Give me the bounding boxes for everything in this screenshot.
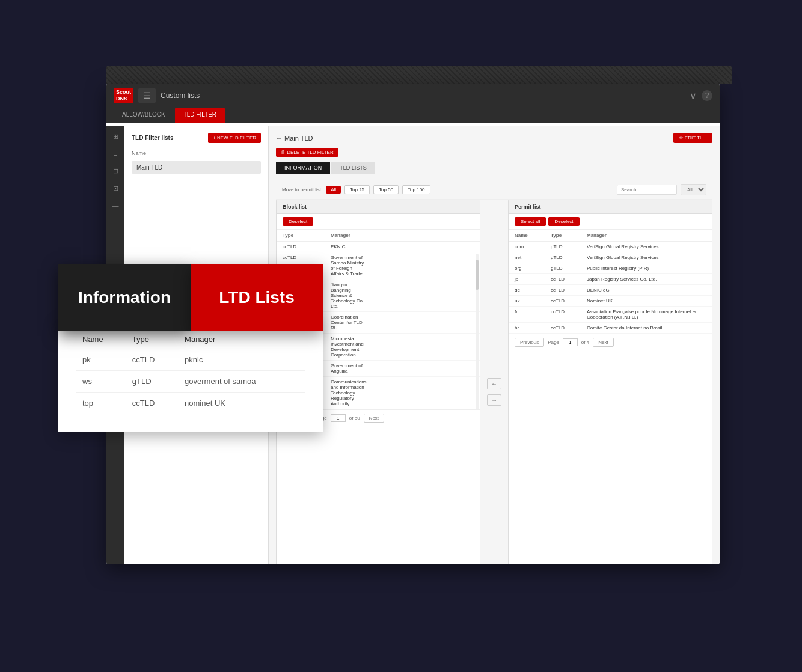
filter-top100-button[interactable]: Top 100	[402, 185, 430, 194]
sidebar-icon-list[interactable]: ≡	[114, 150, 117, 157]
permit-list-header: Permit list	[509, 200, 712, 214]
table-row: jp ccTLD Japan Registry Services Co. Ltd…	[509, 274, 712, 285]
search-input[interactable]	[617, 185, 677, 195]
overlay-table: Name Type Manager pk ccTLD pknic ws gTLD…	[76, 330, 305, 414]
overlay-col-type: Type	[126, 330, 179, 349]
move-right-arrow-button[interactable]: →	[487, 394, 501, 406]
data-table-overlay: Name Type Manager pk ccTLD pknic ws gTLD…	[58, 318, 323, 432]
block-next-button[interactable]: Next	[364, 414, 384, 423]
filter-top50-button[interactable]: Top 50	[373, 185, 399, 194]
block-page-input[interactable]	[331, 414, 346, 422]
block-action-row: Deselect	[277, 214, 480, 230]
tab-tld-lists[interactable]: TLD LISTS	[331, 162, 375, 174]
window-texture-bar	[106, 66, 732, 84]
delete-tld-filter-button[interactable]: 🗑 DELETE TLD FILTER	[276, 148, 338, 157]
sub-nav: ALLOW/BLOCK TLD FILTER	[106, 108, 720, 123]
overlay-col-name: Name	[76, 330, 126, 349]
permit-page-input[interactable]	[563, 338, 578, 346]
table-row: uk ccTLD Nominet UK	[509, 296, 712, 307]
table-row: org gTLD Public Interest Registry (PIR)	[509, 263, 712, 274]
overlay-table-row: pk ccTLD pknic	[76, 349, 305, 371]
table-row: br ccTLD Comite Gestor da Internet no Br…	[509, 323, 712, 334]
table-row: com gTLD VeriSign Global Registry Servic…	[509, 242, 712, 252]
arrow-controls: ← →	[485, 200, 503, 564]
table-row: net gTLD VeriSign Global Registry Servic…	[509, 252, 712, 263]
top-bar-title: Custom lists	[161, 91, 200, 100]
menu-icon[interactable]: ☰	[138, 88, 156, 103]
sidebar-icon-dash[interactable]: —	[112, 202, 119, 209]
filter-all-button[interactable]: All	[326, 186, 341, 194]
ltd-lists-card-label: LTD Lists	[219, 288, 294, 307]
permit-next-button[interactable]: Next	[593, 338, 613, 347]
permit-list-pagination: Previous Page of 4 Next	[509, 334, 712, 350]
overlay-container: Information LTD Lists	[58, 264, 323, 331]
ltd-lists-card[interactable]: LTD Lists	[191, 264, 323, 331]
table-row: fr ccTLD Association Française pour le N…	[509, 307, 712, 323]
back-navigation[interactable]: ← Main TLD	[276, 135, 313, 142]
tab-tld-filter[interactable]: TLD FILTER	[175, 108, 225, 123]
name-column-header: Name	[132, 150, 261, 156]
scout-dns-logo: Scout DNS	[114, 88, 133, 103]
tab-information[interactable]: INFORMATION	[276, 162, 330, 174]
tab-allow-block[interactable]: ALLOW/BLOCK	[114, 108, 174, 123]
sidebar-icon-grid[interactable]: ⊞	[113, 133, 118, 141]
overlay-table-row: top ccTLD nominet UK	[76, 393, 305, 414]
main-tld-list-item[interactable]: Main TLD	[132, 161, 261, 174]
filter-top25-button[interactable]: Top 25	[344, 185, 370, 194]
right-panel-header: ← Main TLD ✏ EDIT TL...	[276, 133, 712, 143]
search-filter-dropdown[interactable]: All	[681, 184, 706, 195]
panel-header: TLD Filter lists + NEW TLD FILTER	[132, 133, 261, 143]
edit-tld-button[interactable]: ✏ EDIT TL...	[673, 133, 712, 143]
top-bar-center: ☰ Custom lists ∨	[138, 88, 697, 103]
permit-select-all-button[interactable]: Select all	[515, 217, 546, 226]
move-left-arrow-button[interactable]: ←	[487, 378, 501, 389]
top-bar: Scout DNS ☰ Custom lists ∨ ?	[106, 84, 720, 108]
block-table-header: Type Manager	[277, 230, 480, 242]
permit-prev-button[interactable]: Previous	[515, 338, 544, 347]
move-to-permit-label: Move to permit list:	[282, 187, 322, 192]
table-row: de ccTLD DENIC eG	[509, 285, 712, 296]
new-tld-filter-button[interactable]: + NEW TLD FILTER	[208, 133, 261, 143]
overlay-col-manager: Manager	[179, 330, 305, 349]
tld-lists-area: Block list Deselect Type Manager ccTLD P…	[276, 200, 712, 564]
block-list-header: Block list	[277, 200, 480, 214]
permit-list-section: Permit list Select all Deselect Name Typ…	[508, 200, 712, 564]
right-panel: ← Main TLD ✏ EDIT TL... 🗑 DELETE TLD FIL…	[269, 126, 720, 564]
sidebar-icon-box[interactable]: ⊡	[113, 185, 118, 192]
table-row: ccTLD PKNIC	[277, 242, 480, 252]
help-icon[interactable]: ?	[702, 90, 712, 101]
information-card[interactable]: Information	[58, 264, 191, 331]
permit-table-header: Name Type Manager	[509, 230, 712, 242]
chevron-down-icon: ∨	[690, 90, 697, 102]
filter-controls: Move to permit list: All Top 25 Top 50 T…	[276, 180, 712, 200]
permit-list-table-scroll[interactable]: com gTLD VeriSign Global Registry Servic…	[509, 242, 712, 334]
information-card-label: Information	[78, 288, 171, 307]
permit-action-row: Select all Deselect	[509, 214, 712, 230]
tab-bar: INFORMATION TLD LISTS	[276, 162, 712, 174]
block-deselect-button[interactable]: Deselect	[283, 217, 313, 226]
panel-title: TLD Filter lists	[132, 135, 173, 141]
sidebar-icon-minus[interactable]: ⊟	[113, 167, 118, 175]
permit-deselect-button[interactable]: Deselect	[548, 217, 579, 226]
overlay-table-row: ws gTLD goverment of samoa	[76, 371, 305, 393]
